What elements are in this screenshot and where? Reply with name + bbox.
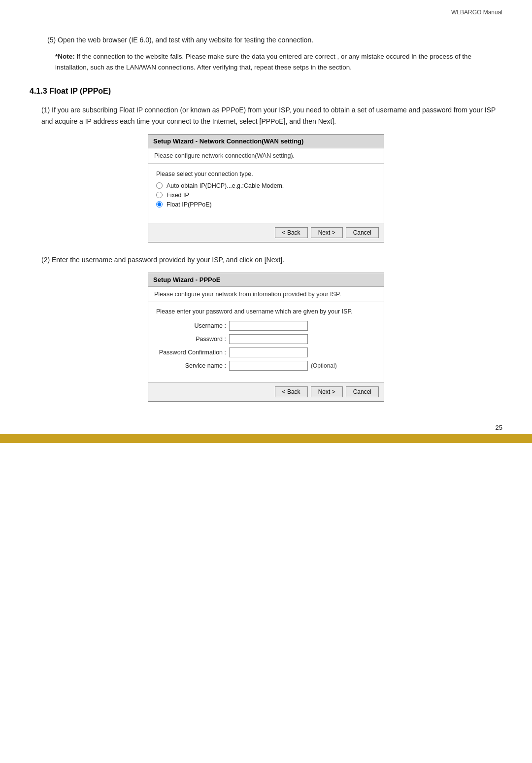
username-input[interactable] [229,321,308,331]
wizard1-back-button[interactable]: < Back [275,227,308,238]
password-row: Password : [156,334,376,344]
step5-text: (5) Open the web browser (IE 6.0), and t… [47,35,502,45]
wizard2-footer: < Back Next > Cancel [148,382,384,401]
optional-label: (Optional) [311,362,337,369]
wizard2-cancel-button[interactable]: Cancel [346,386,379,397]
password-input[interactable] [229,334,308,344]
note-text: *Note: If the connection to the website … [55,51,502,72]
wizard2-enter-label: Please enter your password and username … [156,308,376,315]
wizard1-option-dhcp[interactable]: Auto obtain IP(DHCP)...e.g.:Cable Modem. [156,182,376,189]
footer-bar [0,434,532,443]
page-header: WLBARGO Manual [451,9,502,16]
radio-fixed[interactable] [156,192,163,198]
wizard1-option-pppoe[interactable]: Float IP(PPPoE) [156,201,376,208]
wizard1-title: Setup Wizard - Network Connection(WAN se… [148,135,384,148]
wizard2-subtitle: Please configure your network from infom… [148,287,384,302]
password-confirm-input[interactable] [229,347,308,357]
radio-pppoe[interactable] [156,201,163,208]
wizard2-back-button[interactable]: < Back [275,386,308,397]
wizard1-next-button[interactable]: Next > [311,227,343,238]
wizard2-next-button[interactable]: Next > [311,386,343,397]
manual-title: WLBARGO Manual [451,9,502,16]
page-container: WLBARGO Manual (5) Open the web browser … [0,0,532,443]
wizard1-footer: < Back Next > Cancel [148,223,384,242]
wizard1-subtitle: Please configure network connection(WAN … [148,148,384,164]
wizard2-body: Please enter your password and username … [148,302,384,382]
page-number: 25 [496,424,502,431]
service-name-label: Service name : [156,362,229,369]
username-row: Username : [156,321,376,331]
content-area: (5) Open the web browser (IE 6.0), and t… [30,35,502,402]
step1-text: (1) If you are subscribing Float IP conn… [41,104,502,127]
password-confirm-label: Password Confirmation : [156,349,229,356]
service-name-row: Service name : (Optional) [156,361,376,371]
username-label: Username : [156,322,229,329]
password-label: Password : [156,336,229,343]
step2-text: (2) Enter the username and password prov… [41,254,502,266]
radio-dhcp[interactable] [156,182,163,189]
label-pppoe: Float IP(PPPoE) [166,201,212,208]
wizard1-body: Please select your connection type. Auto… [148,164,384,223]
note-body: If the connection to the website fails. … [55,53,471,71]
wizard1-option-fixed[interactable]: Fixed IP [156,192,376,199]
wizard2-box: Setup Wizard - PPPoE Please configure yo… [148,273,384,402]
password-confirm-row: Password Confirmation : [156,347,376,357]
service-name-input[interactable] [229,361,308,371]
wizard2-title: Setup Wizard - PPPoE [148,273,384,287]
section-heading: 4.1.3 Float IP (PPPoE) [30,87,502,96]
wizard1-box: Setup Wizard - Network Connection(WAN se… [148,134,384,243]
wizard1-select-label: Please select your connection type. [156,171,376,177]
note-prefix: *Note: [55,53,75,60]
label-dhcp: Auto obtain IP(DHCP)...e.g.:Cable Modem. [166,182,284,189]
label-fixed: Fixed IP [166,192,189,199]
wizard1-cancel-button[interactable]: Cancel [346,227,379,238]
